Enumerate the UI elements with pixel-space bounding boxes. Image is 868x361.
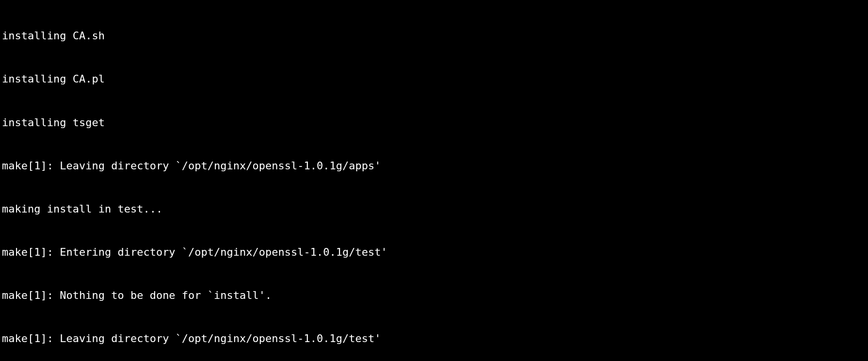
output-line: make[1]: Entering directory `/opt/nginx/… bbox=[2, 245, 866, 260]
terminal-output[interactable]: installing CA.sh installing CA.pl instal… bbox=[2, 0, 866, 361]
output-line: installing CA.sh bbox=[2, 29, 866, 43]
output-line: make[1]: Nothing to be done for `install… bbox=[2, 288, 866, 303]
output-line: installing tsget bbox=[2, 115, 866, 130]
output-line: installing CA.pl bbox=[2, 72, 866, 86]
output-line: making install in test... bbox=[2, 202, 866, 216]
output-line: make[1]: Leaving directory `/opt/nginx/o… bbox=[2, 159, 866, 173]
output-line: make[1]: Leaving directory `/opt/nginx/o… bbox=[2, 331, 866, 346]
